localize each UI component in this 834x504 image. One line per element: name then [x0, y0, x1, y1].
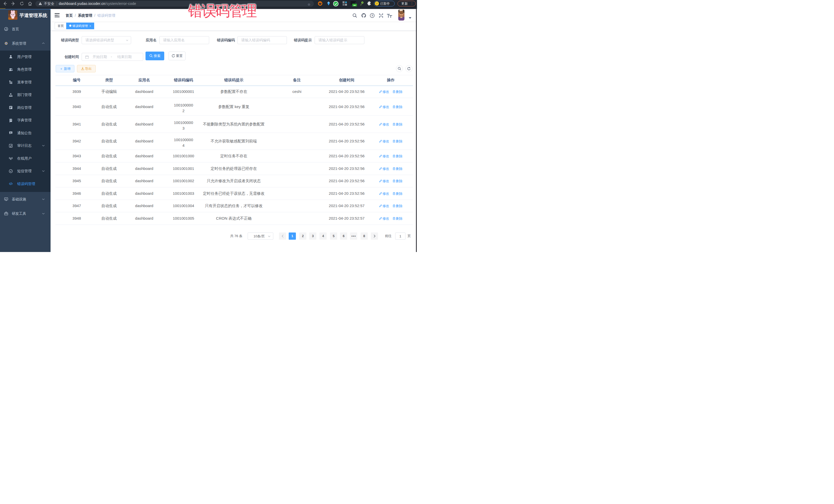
svg-text:on: on — [353, 4, 356, 6]
svg-text:?: ? — [371, 14, 373, 17]
